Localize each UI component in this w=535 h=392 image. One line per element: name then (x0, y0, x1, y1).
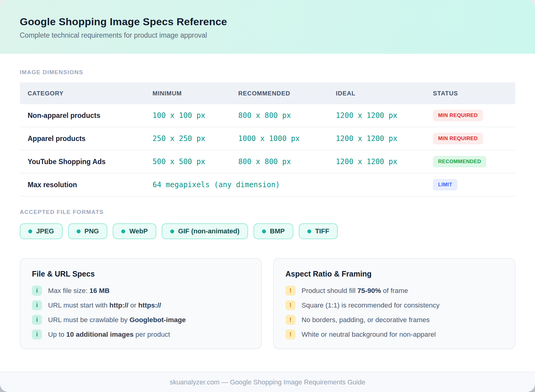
card-title: Aspect Ratio & Framing (285, 270, 503, 278)
footer-text: skuanalyzer.com — Google Shopping Image … (170, 378, 365, 386)
file-format-pills: JPEGPNGWebPGIF (non-animated)BMPTIFF (20, 223, 515, 239)
card-item-text: URL must be crawlable by Googlebot-image (48, 315, 186, 325)
cell-minimum: 500 x 500 px (145, 157, 230, 166)
format-pill: WebP (113, 223, 156, 239)
status-badge: RECOMMENDED (433, 156, 486, 167)
card-item: !White or neutral background for non-app… (285, 329, 503, 339)
image-dimensions-table: CATEGORYMINIMUMRECOMMENDEDIDEALSTATUS No… (20, 82, 515, 197)
column-header-recommended: RECOMMENDED (230, 90, 328, 97)
format-pill: PNG (68, 223, 108, 239)
warning-icon: ! (285, 300, 295, 310)
card-item: iMax file size: 16 MB (32, 286, 250, 296)
format-pill: TIFF (299, 223, 338, 239)
card-item-text: White or neutral background for non-appa… (302, 330, 436, 339)
section-label-image-dimensions: IMAGE DIMENSIONS (20, 69, 515, 76)
card-item: iUp to 10 additional images per product (32, 329, 250, 339)
card-item-text: Up to 10 additional images per product (48, 330, 170, 339)
format-pill: JPEG (20, 223, 63, 239)
cell-recommended: 800 x 800 px (230, 111, 328, 120)
page-footer: skuanalyzer.com — Google Shopping Image … (0, 372, 535, 392)
cell-minimum: 64 megapixels (any dimension) (145, 181, 425, 189)
card-item-text: URL must start with http:// or https:// (48, 301, 161, 310)
table-row: YouTube Shopping Ads500 x 500 px800 x 80… (20, 150, 515, 174)
column-header-minimum: MINIMUM (145, 90, 230, 97)
info-icon: i (32, 329, 42, 339)
format-dot-icon (121, 229, 125, 233)
page-header: Google Shopping Image Specs Reference Co… (0, 0, 535, 54)
page-title: Google Shopping Image Specs Reference (20, 16, 515, 28)
cell-ideal: 1200 x 1200 px (328, 134, 425, 143)
cell-status: MIN REQUIRED (425, 110, 515, 121)
cell-status: LIMIT (425, 179, 515, 191)
warning-icon: ! (285, 286, 295, 296)
main-content: IMAGE DIMENSIONS CATEGORYMINIMUMRECOMMEN… (0, 54, 535, 372)
format-pill: BMP (254, 223, 293, 239)
format-pill-label: GIF (non-animated) (178, 227, 240, 235)
card-item: !Square (1:1) is recommended for consist… (285, 300, 503, 310)
status-badge: MIN REQUIRED (433, 110, 483, 121)
cell-status: MIN REQUIRED (425, 133, 515, 144)
card-item: !Product should fill 75-90% of frame (285, 286, 503, 296)
format-pill-label: BMP (270, 227, 285, 235)
info-card: Aspect Ratio & Framing!Product should fi… (273, 258, 515, 349)
cell-minimum: 100 x 100 px (145, 111, 230, 120)
cell-category: Apparel products (20, 135, 145, 143)
format-dot-icon (28, 229, 32, 233)
format-pill-label: TIFF (315, 227, 329, 235)
page: Google Shopping Image Specs Reference Co… (0, 0, 535, 392)
info-icon: i (32, 300, 42, 310)
cell-ideal: 1200 x 1200 px (328, 111, 425, 120)
info-cards: File & URL SpecsiMax file size: 16 MBiUR… (20, 258, 515, 349)
table-row: Non-apparel products100 x 100 px800 x 80… (20, 104, 515, 127)
column-header-ideal: IDEAL (328, 90, 425, 97)
info-icon: i (32, 286, 42, 296)
cell-ideal: 1200 x 1200 px (328, 157, 425, 166)
card-item: iURL must be crawlable by Googlebot-imag… (32, 315, 250, 325)
card-item: !No borders, padding, or decorative fram… (285, 315, 503, 325)
format-dot-icon (262, 229, 266, 233)
format-pill: GIF (non-animated) (162, 223, 248, 239)
warning-icon: ! (285, 315, 295, 325)
info-icon: i (32, 315, 42, 325)
section-label-accepted-file-formats: ACCEPTED FILE FORMATS (20, 209, 515, 215)
table-row: Max resolution64 megapixels (any dimensi… (20, 174, 515, 197)
card-item-text: No borders, padding, or decorative frame… (302, 315, 430, 325)
table-header-row: CATEGORYMINIMUMRECOMMENDEDIDEALSTATUS (20, 82, 515, 104)
card-title: File & URL Specs (32, 270, 250, 278)
page-subtitle: Complete technical requirements for prod… (20, 31, 515, 40)
cell-category: YouTube Shopping Ads (20, 158, 145, 166)
warning-icon: ! (285, 329, 295, 339)
card-item: iURL must start with http:// or https:// (32, 300, 250, 310)
card-item-text: Max file size: 16 MB (48, 286, 110, 296)
status-badge: MIN REQUIRED (433, 133, 483, 144)
format-dot-icon (170, 229, 174, 233)
format-dot-icon (307, 229, 311, 233)
cell-category: Max resolution (20, 181, 145, 189)
format-dot-icon (77, 229, 81, 233)
column-header-category: CATEGORY (20, 90, 145, 97)
card-item-text: Product should fill 75-90% of frame (302, 286, 408, 296)
info-card: File & URL SpecsiMax file size: 16 MBiUR… (20, 258, 262, 349)
cell-status: RECOMMENDED (425, 156, 515, 167)
format-pill-label: PNG (85, 227, 99, 235)
table-body: Non-apparel products100 x 100 px800 x 80… (20, 104, 515, 197)
format-pill-label: JPEG (36, 227, 54, 235)
format-pill-label: WebP (129, 227, 148, 235)
column-header-status: STATUS (425, 90, 515, 97)
cell-minimum: 250 x 250 px (145, 134, 230, 143)
cell-category: Non-apparel products (20, 112, 145, 120)
card-item-text: Square (1:1) is recommended for consiste… (302, 301, 440, 310)
cell-recommended: 1000 x 1000 px (230, 134, 328, 143)
cell-recommended: 800 x 800 px (230, 157, 328, 166)
table-row: Apparel products250 x 250 px1000 x 1000 … (20, 127, 515, 150)
status-badge: LIMIT (433, 179, 457, 191)
